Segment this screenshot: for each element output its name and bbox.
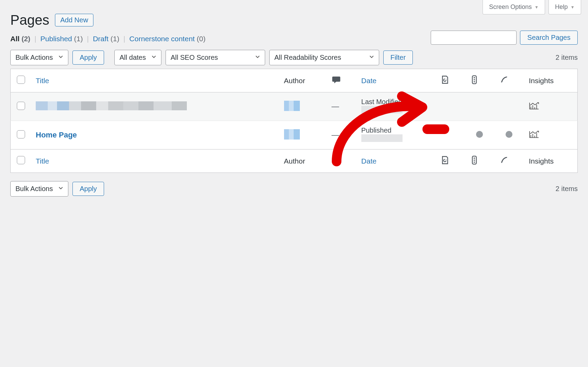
column-title-header[interactable]: Title [31, 69, 279, 92]
column-author-header: Author [279, 69, 327, 92]
chevron-down-icon [58, 54, 64, 62]
screen-options-button[interactable]: Screen Options ▼ [483, 0, 545, 14]
column-insights-footer: Insights [524, 149, 578, 173]
search-button[interactable]: Search Pages [520, 31, 578, 45]
apply-button[interactable]: Apply [72, 51, 104, 65]
row-status: Published [361, 126, 430, 134]
redacted-author [284, 101, 300, 111]
no-comments: — [331, 102, 339, 111]
dates-select[interactable]: All dates [114, 50, 161, 65]
items-count-bottom: 2 items [556, 185, 578, 193]
svg-point-7 [474, 162, 475, 163]
apply-button-bottom[interactable]: Apply [72, 182, 104, 196]
seo-score-indicator [476, 131, 483, 138]
filter-cornerstone-link[interactable]: Cornerstone content [129, 35, 195, 43]
column-date-header[interactable]: Date [357, 69, 435, 92]
traffic-light-icon [470, 155, 479, 165]
insights-link[interactable] [524, 121, 578, 149]
comment-icon [331, 155, 341, 165]
chart-line-icon [529, 101, 539, 110]
page-refresh-icon [440, 155, 449, 165]
svg-point-2 [474, 79, 475, 80]
bulk-actions-select[interactable]: Bulk Actions [10, 50, 68, 65]
column-readability-header [494, 69, 524, 92]
column-comments-header[interactable] [327, 69, 356, 92]
chevron-down-icon [58, 185, 64, 193]
select-all-checkbox-bottom[interactable] [17, 156, 25, 164]
page-title: Pages [10, 12, 49, 28]
chevron-down-icon [255, 54, 261, 62]
column-author-footer: Author [279, 149, 327, 173]
table-row: Home Page — Published [11, 121, 578, 149]
column-comments-footer[interactable] [327, 149, 356, 173]
feather-icon [499, 75, 509, 85]
add-new-button[interactable]: Add New [55, 14, 93, 26]
svg-point-5 [474, 157, 475, 159]
seo-scores-select[interactable]: All SEO Scores [166, 50, 265, 65]
filter-published-link[interactable]: Published [41, 35, 72, 43]
search-box: Search Pages [431, 31, 578, 45]
traffic-light-icon [470, 75, 479, 85]
row-checkbox[interactable] [17, 102, 25, 110]
row-checkbox[interactable] [17, 130, 25, 138]
items-count-top: 2 items [556, 54, 578, 62]
bulk-actions-select-bottom[interactable]: Bulk Actions [10, 181, 68, 197]
comment-icon [331, 75, 341, 85]
table-row: — Last Modified [11, 92, 578, 121]
select-all-checkbox[interactable] [17, 76, 25, 84]
chart-line-icon [529, 130, 539, 139]
column-title-footer[interactable]: Title [31, 149, 279, 173]
readability-scores-select[interactable]: All Readability Scores [269, 50, 379, 65]
annotation-highlight [422, 124, 449, 134]
chevron-down-icon: ▼ [570, 5, 575, 10]
column-insights-header: Insights [524, 69, 578, 92]
column-links-header [435, 69, 464, 92]
chevron-down-icon: ▼ [534, 5, 539, 10]
chevron-down-icon [369, 54, 375, 62]
svg-point-3 [474, 81, 475, 82]
tablenav-top: Bulk Actions Apply All dates All SEO Sco… [10, 50, 578, 65]
redacted-date [361, 134, 403, 142]
no-comments: — [331, 131, 339, 139]
page-refresh-icon [440, 75, 449, 85]
redacted-title [36, 101, 187, 110]
column-seo-header [465, 69, 494, 92]
filter-draft-link[interactable]: Draft [93, 35, 109, 43]
pages-table: Title Author Date Insights [10, 69, 578, 173]
redacted-author [284, 129, 300, 140]
help-label: Help [555, 3, 568, 11]
row-status: Last Modified [361, 98, 430, 106]
svg-point-6 [474, 159, 475, 161]
feather-icon [499, 155, 509, 165]
column-date-footer[interactable]: Date [357, 149, 435, 173]
svg-point-1 [474, 77, 475, 78]
row-title-link[interactable]: Home Page [36, 131, 77, 139]
readability-score-indicator [506, 131, 512, 138]
insights-link[interactable] [524, 92, 578, 121]
filter-button[interactable]: Filter [383, 51, 413, 65]
chevron-down-icon [151, 54, 157, 62]
redacted-date [361, 106, 403, 113]
filter-all-link[interactable]: All (2) [10, 35, 30, 43]
screen-options-label: Screen Options [489, 3, 532, 11]
tablenav-bottom: Bulk Actions Apply 2 items [10, 181, 578, 197]
help-button[interactable]: Help ▼ [549, 0, 581, 14]
search-input[interactable] [431, 31, 517, 45]
